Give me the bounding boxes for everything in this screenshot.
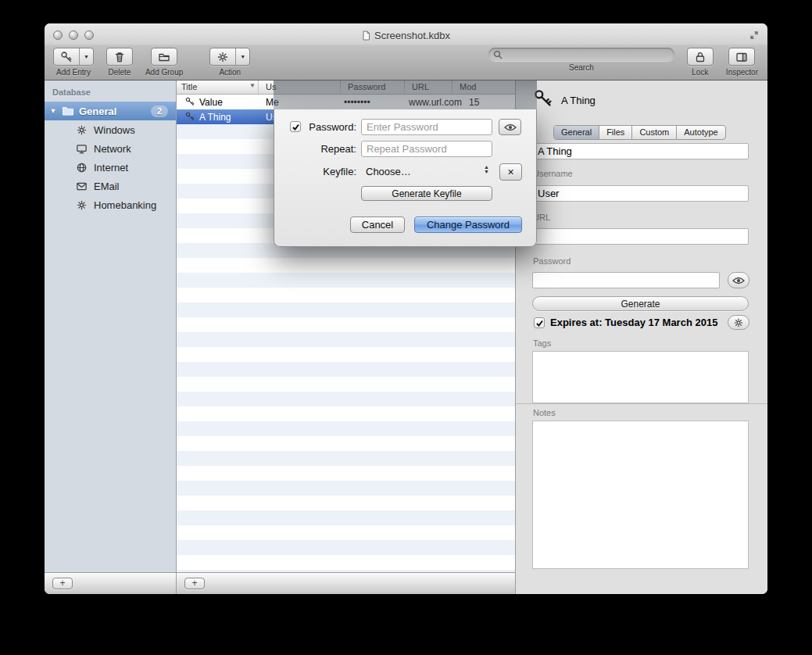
window-title-area: Screenshot.kdbx: [45, 28, 767, 42]
checkmark-icon: [535, 319, 544, 328]
password-label: Password: [533, 256, 571, 266]
popup-arrows-icon[interactable]: ▲▼: [484, 165, 489, 174]
expires-checkbox[interactable]: [534, 317, 545, 328]
reveal-password-button[interactable]: [728, 272, 749, 288]
sidebar-item-homebanking[interactable]: Homebanking: [45, 195, 176, 214]
delete-label: Delete: [108, 68, 131, 77]
toolbar: ▼ Add Entry Delete Add Group: [45, 46, 767, 81]
add-group-footer-button[interactable]: +: [52, 578, 73, 589]
clear-keyfile-button[interactable]: ×: [499, 163, 522, 181]
username-label: Username: [533, 169, 573, 178]
sheet-repeat-label: Repeat:: [288, 143, 356, 155]
display-icon: [76, 143, 88, 155]
folder-icon: [152, 48, 177, 65]
tab-autotype[interactable]: Autotype: [677, 126, 724, 139]
column-sort-icon[interactable]: ▼: [249, 82, 256, 89]
password-field[interactable]: [532, 272, 720, 288]
sidebar-item-label: Homebanking: [94, 199, 156, 211]
gear-icon: [76, 124, 88, 136]
sheet-repeat-input[interactable]: [361, 141, 492, 157]
window-title: Screenshot.kdbx: [374, 30, 450, 41]
username-field[interactable]: [532, 185, 749, 202]
action-button[interactable]: ▼: [209, 48, 250, 66]
sidebar-item-label: Internet: [94, 162, 128, 174]
inspector-entry-title: A Thing: [561, 95, 596, 106]
key-icon: [185, 112, 195, 121]
add-entry-button[interactable]: ▼: [53, 48, 94, 66]
key-icon: [185, 97, 195, 106]
delete-button[interactable]: [106, 48, 133, 66]
change-password-sheet: Password: Repeat: Keyfile: Choose… ▲▼ × …: [274, 109, 537, 247]
notes-box[interactable]: [532, 421, 749, 569]
tags-box[interactable]: [532, 351, 749, 403]
generate-keyfile-button[interactable]: Generate Keyfile: [361, 186, 492, 201]
column-header-title[interactable]: Title: [181, 82, 197, 91]
sheet-password-input[interactable]: [361, 119, 492, 135]
lock-button[interactable]: [687, 48, 714, 66]
search-label: Search: [569, 63, 594, 72]
chevron-down-icon[interactable]: ▼: [235, 48, 249, 65]
add-group-label: Add Group: [145, 68, 183, 77]
search-input[interactable]: [506, 49, 670, 60]
lock-group: Lock: [687, 48, 714, 81]
add-group-button[interactable]: [151, 48, 177, 66]
sidebar-group-general[interactable]: ▼ General 2: [45, 102, 176, 120]
section-divider: [516, 403, 767, 404]
expires-settings-button[interactable]: [728, 315, 749, 330]
sidebar: Database ▼ General 2 Windows Network Int…: [45, 81, 177, 594]
gear-icon: [210, 48, 235, 65]
search-icon: [493, 50, 503, 59]
title-field[interactable]: [532, 143, 749, 159]
close-icon: ×: [507, 166, 513, 178]
add-entry-footer-button[interactable]: +: [184, 578, 205, 589]
inspector-button[interactable]: [728, 48, 755, 66]
tab-custom[interactable]: Custom: [632, 126, 677, 139]
url-field[interactable]: [532, 228, 749, 245]
cancel-button[interactable]: Cancel: [350, 217, 405, 233]
chevron-down-icon[interactable]: ▼: [79, 48, 93, 65]
envelope-icon: [76, 181, 88, 192]
add-entry-group: ▼ Add Entry: [53, 48, 94, 81]
group-count-badge: 2: [151, 106, 168, 117]
sheet-dim-overlay: [274, 81, 537, 109]
sidebar-group-label: General: [79, 106, 116, 117]
inspector-tabs: General Files Custom Autotype: [553, 125, 726, 140]
sidebar-item-windows[interactable]: Windows: [45, 120, 176, 139]
inspector-panel-icon: [729, 48, 754, 65]
inspector-panel: A Thing General Files Custom Autotype Us…: [516, 81, 767, 594]
sidebar-item-label: Network: [94, 143, 131, 155]
search-field[interactable]: [488, 48, 674, 61]
inspector-group: Inspector: [726, 48, 758, 81]
sheet-keyfile-label: Keyfile:: [288, 166, 356, 177]
action-label: Action: [219, 68, 241, 77]
sheet-password-label: Password:: [288, 121, 356, 133]
window-chrome: Screenshot.kdbx ▼ Add Entry Del: [45, 23, 767, 81]
gear-icon: [76, 199, 88, 211]
sidebar-item-email[interactable]: EMail: [45, 177, 176, 195]
tab-files[interactable]: Files: [599, 126, 632, 139]
change-password-button[interactable]: Change Password: [414, 217, 522, 233]
column-divider[interactable]: [258, 81, 259, 94]
fullscreen-icon[interactable]: [749, 30, 760, 41]
expires-label: Expires at: Tuesday 17 March 2015: [550, 317, 717, 328]
sidebar-item-label: Windows: [94, 124, 135, 136]
gear-icon: [733, 317, 744, 328]
sidebar-item-internet[interactable]: Internet: [45, 158, 176, 177]
sidebar-item-network[interactable]: Network: [45, 139, 176, 158]
eye-icon: [504, 123, 517, 131]
globe-icon: [76, 162, 88, 174]
add-entry-label: Add Entry: [56, 68, 91, 77]
generate-password-button[interactable]: Generate: [532, 296, 749, 311]
trash-icon: [107, 48, 132, 65]
search-group: Search: [488, 48, 674, 81]
sidebar-item-label: EMail: [94, 181, 120, 192]
disclosure-triangle-icon[interactable]: ▼: [45, 107, 62, 115]
keyfile-popup[interactable]: Choose…: [366, 166, 411, 177]
delete-group: Delete: [106, 48, 133, 81]
action-group: ▼ Action: [209, 48, 250, 81]
notes-label: Notes: [533, 408, 556, 417]
sheet-reveal-password-button[interactable]: [499, 119, 521, 135]
cell-title: A Thing: [199, 112, 231, 123]
lock-label: Lock: [692, 68, 708, 77]
tab-general[interactable]: General: [554, 126, 599, 139]
